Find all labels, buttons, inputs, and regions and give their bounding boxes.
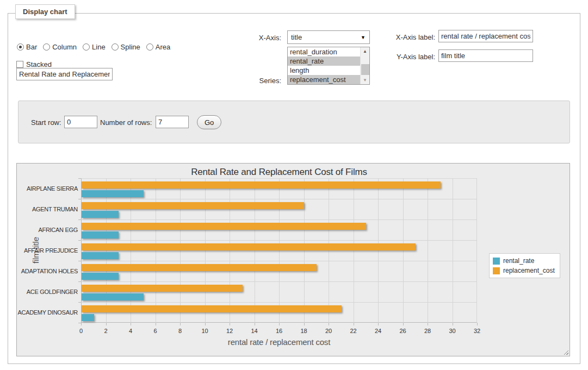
- x-tick-label: 24: [375, 328, 381, 334]
- x-gridline: [329, 178, 329, 323]
- x-tick-mark: [428, 323, 428, 325]
- scroll-up-icon[interactable]: ▲: [361, 47, 369, 55]
- category-label: AFRICAN EGG: [17, 227, 78, 233]
- x-tick-mark: [180, 323, 181, 325]
- bar-rental_rate[interactable]: [82, 314, 94, 321]
- radio-icon[interactable]: [146, 43, 153, 51]
- y-tick-mark: [78, 199, 81, 199]
- x-axis-select[interactable]: title ▼: [287, 30, 370, 44]
- chart-type-radio-line[interactable]: Line: [83, 43, 106, 51]
- x-tick-label: 20: [325, 328, 332, 334]
- series-listbox-options: rental_durationrental_ratelengthreplacem…: [288, 47, 360, 84]
- x-tick-label: 28: [424, 328, 431, 334]
- radio-icon[interactable]: [83, 43, 90, 51]
- bar-replacement_cost[interactable]: [82, 223, 366, 230]
- radio-label: Spline: [121, 43, 140, 51]
- x-tick-label: 16: [276, 328, 282, 334]
- x-gridline: [354, 178, 354, 323]
- x-axis-label-input[interactable]: [438, 30, 533, 42]
- x-axis-select-label: X-Axis:: [226, 34, 281, 42]
- legend-label: rental_rate: [503, 257, 534, 265]
- category-label: ACADEMY DINOSAUR: [17, 309, 78, 316]
- stacked-checkbox-row[interactable]: Stacked: [16, 60, 52, 68]
- bar-rental_rate[interactable]: [82, 293, 144, 300]
- x-tick-mark: [156, 323, 156, 325]
- resize-grip-icon[interactable]: [562, 349, 568, 355]
- x-tick-label: 10: [201, 328, 208, 334]
- x-tick-label: 22: [350, 328, 356, 334]
- chart-title: Rental Rate and Replacement Cost of Film…: [81, 167, 477, 178]
- x-tick-mark: [477, 323, 478, 325]
- x-tick-mark: [230, 323, 230, 325]
- scrollbar-thumb[interactable]: [361, 64, 369, 75]
- chart-legend: rental_ratereplacement_cost: [489, 253, 560, 278]
- bar-replacement_cost[interactable]: [82, 202, 304, 209]
- bar-rental_rate[interactable]: [82, 252, 119, 259]
- x-tick-mark: [81, 323, 82, 325]
- chart-type-radio-column[interactable]: Column: [43, 43, 77, 51]
- series-listbox-scrollbar[interactable]: ▲ ▼: [360, 47, 369, 84]
- x-gridline: [106, 178, 107, 323]
- radio-label: Bar: [26, 43, 37, 51]
- x-tick-mark: [279, 323, 280, 325]
- x-tick-mark: [131, 323, 131, 325]
- y-tick-mark: [78, 323, 81, 323]
- scroll-down-icon[interactable]: ▼: [361, 76, 369, 84]
- bar-replacement_cost[interactable]: [82, 243, 416, 250]
- x-tick-label: 4: [129, 328, 132, 334]
- x-gridline: [453, 178, 453, 323]
- x-tick-label: 12: [226, 328, 233, 334]
- radio-label: Line: [92, 43, 106, 51]
- series-option-rental_duration[interactable]: rental_duration: [288, 47, 360, 57]
- bar-rental_rate[interactable]: [82, 231, 119, 239]
- stacked-label: Stacked: [26, 60, 52, 68]
- y-axis-label-input[interactable]: [438, 49, 533, 62]
- x-tick-mark: [453, 323, 453, 325]
- x-gridline: [403, 178, 404, 323]
- y-tick-mark: [78, 302, 81, 303]
- x-gridline: [304, 178, 305, 323]
- y-tick-mark: [78, 281, 81, 282]
- bar-rental_rate[interactable]: [82, 273, 119, 280]
- bar-replacement_cost[interactable]: [82, 285, 243, 292]
- bar-replacement_cost[interactable]: [82, 264, 317, 271]
- legend-item-replacement_cost[interactable]: replacement_cost: [493, 266, 555, 275]
- x-axis-selected-value: title: [291, 33, 302, 41]
- start-row-input[interactable]: [64, 116, 97, 128]
- y-gridline: [81, 261, 477, 261]
- bar-replacement_cost[interactable]: [82, 305, 342, 312]
- series-option-length[interactable]: length: [288, 66, 360, 75]
- chart-type-radio-spline[interactable]: Spline: [112, 43, 140, 51]
- legend-swatch-icon: [493, 258, 500, 265]
- bar-rental_rate[interactable]: [82, 211, 119, 218]
- legend-label: replacement_cost: [503, 267, 555, 274]
- chart-type-radio-area[interactable]: Area: [146, 43, 170, 51]
- chart-type-group: BarColumnLineSplineArea: [17, 43, 170, 51]
- start-row-label: Start row:: [31, 118, 61, 127]
- bar-replacement_cost[interactable]: [82, 181, 441, 189]
- chart-type-radio-bar[interactable]: Bar: [17, 43, 37, 51]
- bar-rental_rate[interactable]: [82, 190, 144, 197]
- radio-label: Column: [52, 43, 77, 51]
- num-rows-input[interactable]: [156, 116, 189, 128]
- y-gridline: [81, 240, 477, 241]
- radio-icon[interactable]: [43, 43, 50, 51]
- radio-icon[interactable]: [17, 43, 24, 51]
- series-listbox[interactable]: rental_durationrental_ratelengthreplacem…: [287, 47, 370, 85]
- y-gridline: [81, 199, 477, 199]
- go-button[interactable]: Go: [197, 115, 221, 129]
- legend-item-rental_rate[interactable]: rental_rate: [493, 256, 555, 266]
- x-gridline: [255, 178, 255, 323]
- y-gridline: [81, 281, 477, 282]
- x-gridline: [131, 178, 131, 323]
- y-tick-mark: [78, 178, 81, 179]
- series-option-rental_rate[interactable]: rental_rate: [288, 57, 360, 66]
- series-option-replacement_cost[interactable]: replacement_cost: [288, 75, 360, 84]
- x-tick-label: 30: [449, 328, 455, 334]
- x-tick-mark: [354, 323, 354, 325]
- x-tick-label: 18: [300, 328, 307, 334]
- num-rows-label: Number of rows:: [100, 118, 152, 127]
- chart-title-input[interactable]: [16, 68, 113, 80]
- radio-icon[interactable]: [112, 43, 119, 51]
- stacked-checkbox[interactable]: [16, 61, 23, 68]
